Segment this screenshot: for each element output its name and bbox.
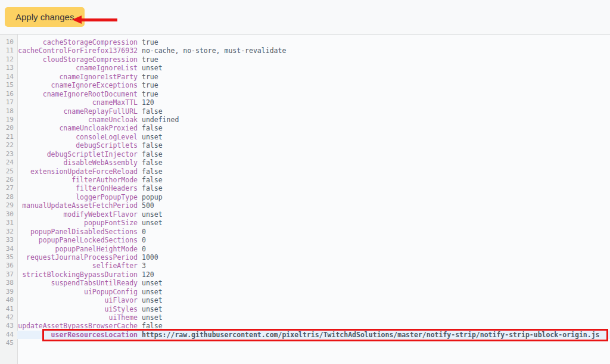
line-content[interactable]: cacheStorageCompressiontrue	[17, 38, 610, 46]
setting-value: true	[138, 90, 158, 98]
line-content[interactable]: cnameIgnoreRootDocumenttrue	[17, 90, 610, 98]
line-number: 42	[0, 313, 17, 322]
editor-line: 24disableWebAssemblyfalse	[0, 158, 610, 167]
line-content[interactable]: uiThemeunset	[17, 313, 610, 322]
setting-value: unset	[138, 210, 163, 219]
setting-name: popupPanelLockedSections	[18, 236, 138, 244]
line-number: 11	[0, 46, 17, 55]
line-content[interactable]: extensionUpdateForceReloadfalse	[17, 167, 610, 176]
editor-line: 42uiThemeunset	[0, 313, 610, 322]
line-number: 27	[0, 184, 17, 192]
line-content[interactable]: cnameIgnore1stPartytrue	[17, 73, 610, 81]
setting-value: unset	[138, 296, 163, 304]
setting-value: no-cache, no-store, must-revalidate	[138, 46, 286, 55]
setting-value: 3	[138, 262, 146, 270]
line-content[interactable]: requestJournalProcessPeriod1000	[17, 253, 610, 262]
advanced-settings-page: Apply changes 10cacheStorageCompressiont…	[0, 0, 610, 364]
setting-value: unset	[138, 313, 163, 322]
setting-name: uiFlavor	[18, 296, 138, 304]
setting-name: popupFontSize	[18, 219, 138, 227]
editor-line: 23debugScriptletInjectorfalse	[0, 150, 610, 158]
setting-name: selfieAfter	[18, 262, 138, 270]
setting-name: updateAssetBypassBrowserCache	[18, 322, 138, 330]
setting-name: uiTheme	[18, 313, 138, 322]
editor-line: 32popupPanelDisabledSections0	[0, 228, 610, 236]
editor-line: 18cnameReplayFullURLfalse	[0, 107, 610, 116]
setting-name: debugScriptlets	[18, 141, 138, 150]
line-content[interactable]: filterAuthorModefalse	[17, 176, 610, 184]
line-content[interactable]: cnameReplayFullURLfalse	[17, 107, 610, 116]
setting-name: cnameUncloak	[18, 116, 138, 124]
setting-value: undefined	[138, 116, 179, 124]
setting-value: false	[138, 150, 163, 158]
line-content[interactable]: cnameIgnoreExceptionstrue	[17, 81, 610, 89]
line-content[interactable]: uiFlavorunset	[17, 296, 610, 304]
editor-line: 31popupFontSizeunset	[0, 219, 610, 227]
line-content[interactable]: filterOnHeadersfalse	[17, 184, 610, 192]
editor-line: 17cnameMaxTTL120	[0, 98, 610, 107]
line-content[interactable]: suspendTabsUntilReadyunset	[17, 279, 610, 287]
line-content[interactable]: manualUpdateAssetFetchPeriod500	[17, 201, 610, 210]
line-content[interactable]: cloudStorageCompressiontrue	[17, 55, 610, 64]
editor-line: 30modifyWebextFlavorunset	[0, 210, 610, 219]
line-content[interactable]: uiStylesunset	[17, 305, 610, 313]
setting-value: false	[138, 158, 163, 167]
setting-value: 0	[138, 228, 146, 236]
line-content[interactable]: disableWebAssemblyfalse	[17, 158, 610, 167]
line-number: 30	[0, 210, 17, 219]
setting-value: false	[138, 322, 163, 330]
editor-line: 25extensionUpdateForceReloadfalse	[0, 167, 610, 176]
toolbar: Apply changes	[0, 0, 610, 34]
setting-name: suspendTabsUntilReady	[18, 279, 138, 287]
line-content[interactable]: userResourcesLocationhttps://raw.githubu…	[17, 331, 610, 339]
editor-line: 13cnameIgnoreListunset	[0, 64, 610, 72]
setting-name: cnameMaxTTL	[18, 98, 138, 107]
line-content[interactable]: popupPanelLockedSections0	[17, 236, 610, 244]
line-content[interactable]: cnameMaxTTL120	[17, 98, 610, 107]
setting-name: cnameReplayFullURL	[18, 107, 138, 116]
line-content[interactable]: uiPopupConfigunset	[17, 288, 610, 296]
setting-name: extensionUpdateForceReload	[18, 167, 138, 176]
line-number: 31	[0, 219, 17, 227]
line-number: 45	[0, 339, 17, 347]
setting-value: true	[138, 55, 158, 64]
editor-line: 11cacheControlForFirefox1376932no-cache,…	[0, 46, 610, 55]
settings-editor[interactable]: 10cacheStorageCompressiontrue11cacheCont…	[0, 34, 610, 364]
setting-value: 0	[138, 236, 146, 244]
line-content[interactable]: loggerPopupTypepopup	[17, 193, 610, 201]
line-content[interactable]: debugScriptletsfalse	[17, 141, 610, 150]
line-content[interactable]	[17, 339, 610, 347]
line-content[interactable]: cnameUncloakProxiedfalse	[17, 124, 610, 132]
editor-line: 27filterOnHeadersfalse	[0, 184, 610, 192]
setting-name: filterAuthorMode	[18, 176, 138, 184]
editor-line: 20cnameUncloakProxiedfalse	[0, 124, 610, 132]
line-content[interactable]: strictBlockingBypassDuration120	[17, 270, 610, 279]
line-content[interactable]: cacheControlForFirefox1376932no-cache, n…	[17, 46, 610, 55]
setting-value: false	[138, 176, 163, 184]
line-content[interactable]: cnameUncloakundefined	[17, 116, 610, 124]
line-number: 24	[0, 158, 17, 167]
setting-name: cnameUncloakProxied	[18, 124, 138, 132]
setting-name: consoleLogLevel	[18, 133, 138, 141]
line-content[interactable]: debugScriptletInjectorfalse	[17, 150, 610, 158]
line-content[interactable]: popupPanelDisabledSections0	[17, 228, 610, 236]
line-content[interactable]: updateAssetBypassBrowserCachefalse	[17, 322, 610, 330]
line-content[interactable]: popupPanelHeightMode0	[17, 245, 610, 253]
line-number: 10	[0, 38, 17, 46]
setting-name: cnameIgnoreRootDocument	[18, 90, 138, 98]
line-content[interactable]: popupFontSizeunset	[17, 219, 610, 227]
line-number: 14	[0, 73, 17, 81]
line-number: 22	[0, 141, 17, 150]
setting-value: unset	[138, 288, 163, 296]
line-number: 15	[0, 81, 17, 89]
setting-value: 500	[138, 201, 154, 210]
setting-name: popupPanelDisabledSections	[18, 228, 138, 236]
line-content[interactable]: consoleLogLevelunset	[17, 133, 610, 141]
setting-name: cacheControlForFirefox1376932	[18, 46, 138, 55]
setting-value: https://raw.githubusercontent.com/pixelt…	[138, 331, 600, 339]
setting-name: cloudStorageCompression	[18, 55, 138, 64]
line-content[interactable]: modifyWebextFlavorunset	[17, 210, 610, 219]
line-number: 25	[0, 167, 17, 176]
line-content[interactable]: selfieAfter3	[17, 262, 610, 270]
line-content[interactable]: cnameIgnoreListunset	[17, 64, 610, 72]
